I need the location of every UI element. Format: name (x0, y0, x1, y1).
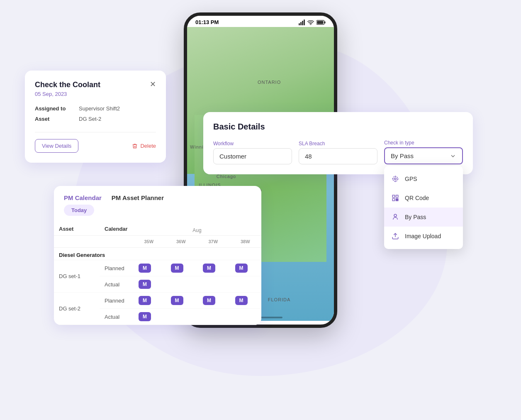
week-38w: 38W (229, 236, 262, 248)
tab-pm-calendar[interactable]: PM Calendar (64, 194, 102, 205)
asset-value: DG Set-2 (79, 116, 101, 122)
dg1-planned-label: Planned (100, 260, 133, 276)
dg1-planned-36w: M (165, 260, 197, 276)
svg-rect-10 (392, 195, 394, 197)
sla-breach-field-group: SLA Breach 48 (299, 141, 377, 164)
svg-rect-13 (396, 199, 397, 200)
week-36w: 36W (165, 236, 197, 248)
svg-point-5 (393, 176, 398, 181)
week-35w: 35W (133, 236, 165, 248)
basic-details-title: Basic Details (213, 122, 463, 132)
task-card: Check the Coolant ✕ 05 Sep, 2023 Assigne… (25, 71, 166, 163)
m-badge: M (203, 296, 215, 305)
calendar-column-header: Calendar (100, 222, 133, 236)
qr-code-icon (391, 193, 400, 203)
gps-option-label: GPS (405, 176, 417, 182)
assigned-label: Assigned to (35, 105, 72, 112)
m-badge: M (139, 312, 151, 321)
svg-rect-14 (397, 199, 398, 200)
bypass-icon (391, 212, 400, 222)
m-badge: M (203, 264, 215, 273)
workflow-label: Workflow (213, 141, 292, 147)
checkin-dropdown-options: GPS QR Code By Pass (384, 166, 463, 249)
view-details-button[interactable]: View Details (35, 139, 78, 153)
task-field-asset: Asset DG Set-2 (35, 116, 156, 122)
task-card-header: Check the Coolant ✕ (35, 81, 156, 89)
m-badge: M (235, 264, 248, 273)
svg-rect-16 (397, 200, 398, 201)
table-row: DG set-2 Planned M M M M (54, 293, 261, 309)
m-badge: M (139, 296, 151, 305)
workflow-input[interactable]: Customer (213, 148, 292, 164)
task-actions: View Details Delete (35, 139, 156, 153)
m-badge: M (235, 296, 248, 305)
dg2-actual-35w: M (133, 309, 165, 325)
section-diesel-generators: Diesel Generators (54, 248, 261, 260)
dropdown-option-image-upload[interactable]: Image Upload (384, 227, 463, 246)
bypass-option-label: By Pass (405, 214, 426, 220)
asset-dg1: DG set-1 (54, 260, 100, 293)
today-button[interactable]: Today (64, 205, 94, 216)
dropdown-option-bypass[interactable]: By Pass (384, 208, 463, 227)
map-label-chicago: Chicago (217, 174, 236, 179)
svg-rect-12 (392, 199, 394, 201)
pm-table-body: Diesel Generators DG set-1 Planned M M M… (54, 248, 261, 325)
status-bar: 01:13 PM (187, 16, 334, 27)
workflow-field-group: Workflow Customer (213, 141, 292, 164)
status-icons (299, 20, 326, 25)
gps-icon (391, 174, 400, 183)
dg2-planned-35w: M (133, 293, 165, 309)
task-divider (35, 132, 156, 132)
wifi-icon (307, 20, 314, 25)
dg1-actual-38w (229, 276, 262, 293)
dg2-planned-label: Planned (100, 293, 133, 309)
tab-pm-asset-planner[interactable]: PM Asset Planner (112, 194, 164, 205)
dg2-actual-37w (197, 309, 229, 325)
dg1-actual-35w: M (133, 276, 165, 293)
delete-label: Delete (140, 143, 156, 149)
close-button[interactable]: ✕ (150, 81, 156, 88)
dg2-actual-label: Actual (100, 309, 133, 325)
task-date: 05 Sep, 2023 (35, 91, 156, 97)
checkin-type-group: Check in type By Pass GPS QR Code (384, 140, 463, 164)
task-field-assigned: Assigned to Supervisor Shift2 (35, 105, 156, 112)
task-fields: Assigned to Supervisor Shift2 Asset DG S… (35, 105, 156, 122)
chevron-down-icon (450, 153, 456, 159)
pm-calendar-table: Asset Calendar Aug 35W 36W 37W 38W Diese… (54, 222, 261, 325)
basic-details-fields-row: Workflow Customer SLA Breach 48 Check in… (213, 140, 463, 164)
pm-calendar-card: PM Calendar PM Asset Planner Today Asset… (54, 186, 261, 325)
dg2-actual-36w (165, 309, 197, 325)
svg-point-17 (394, 214, 397, 217)
task-title: Check the Coolant (35, 81, 100, 89)
dg2-planned-36w: M (165, 293, 197, 309)
m-badge: M (171, 296, 183, 305)
dropdown-option-qr[interactable]: QR Code (384, 188, 463, 208)
checkin-type-select[interactable]: By Pass (384, 147, 463, 164)
sla-breach-label: SLA Breach (299, 141, 377, 147)
map-label-florida: FLORIDA (268, 297, 291, 302)
trash-icon (132, 143, 138, 149)
dg2-planned-38w: M (229, 293, 262, 309)
basic-details-card: Basic Details Workflow Customer SLA Brea… (203, 112, 473, 174)
signal-icon (299, 20, 305, 25)
m-badge: M (139, 280, 151, 289)
delete-button[interactable]: Delete (132, 143, 156, 149)
pm-card-header: PM Calendar PM Asset Planner (54, 186, 261, 205)
svg-point-0 (310, 24, 311, 25)
image-upload-icon (391, 232, 400, 241)
asset-dg2: DG set-2 (54, 293, 100, 325)
month-header: Aug (133, 222, 261, 236)
dg1-actual-label: Actual (100, 276, 133, 293)
sla-breach-input[interactable]: 48 (299, 148, 377, 164)
calendar-header-row: Asset Calendar Aug (54, 222, 261, 236)
dg1-actual-37w (197, 276, 229, 293)
svg-rect-11 (396, 195, 398, 197)
dropdown-option-gps[interactable]: GPS (384, 169, 463, 188)
svg-rect-15 (396, 200, 397, 201)
week-header-row: 35W 36W 37W 38W (54, 236, 261, 248)
asset-column-header: Asset (54, 222, 100, 236)
m-badge: M (171, 264, 183, 273)
table-row: DG set-1 Planned M M M M (54, 260, 261, 276)
svg-rect-2 (324, 21, 326, 23)
dg2-planned-37w: M (197, 293, 229, 309)
